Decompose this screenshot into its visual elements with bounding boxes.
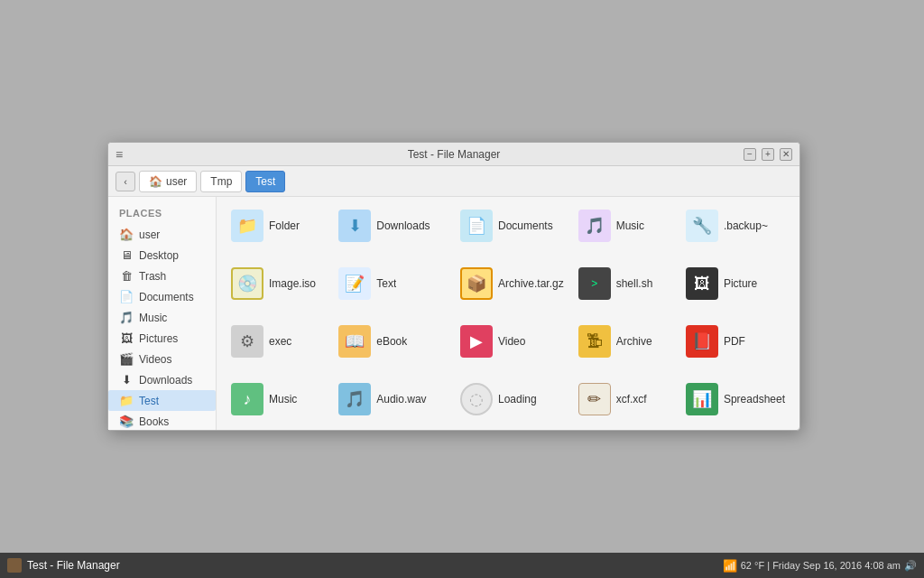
file-icon-picture: 🖼	[686, 267, 718, 300]
sidebar-icon-trash: 🗑	[119, 269, 134, 283]
sidebar-item-downloads[interactable]: ⬇Downloads	[108, 369, 216, 390]
sidebar-item-videos[interactable]: 🎬Videos	[108, 349, 216, 369]
file-icon-row-picture: 🖼 Picture	[686, 267, 785, 300]
file-icon-archive-tar: 📦	[460, 267, 493, 300]
file-label-video: Video	[498, 335, 525, 348]
sidebar-label-downloads: Downloads	[139, 374, 192, 387]
file-label-documents: Documents	[498, 219, 553, 232]
menu-icon[interactable]: ≡	[116, 147, 123, 162]
sidebar-label-books: Books	[139, 415, 169, 428]
breadcrumb-tmp[interactable]: Tmp	[200, 171, 242, 192]
file-item-xcf[interactable]: ✏ xcf.xcf	[573, 379, 677, 430]
file-item-picture[interactable]: 🖼 Picture	[680, 264, 790, 318]
file-icon-xcf: ✏	[578, 383, 611, 415]
sidebar-icon-downloads: ⬇	[119, 373, 134, 387]
file-item-downloads[interactable]: ⬇ Downloads	[333, 206, 451, 260]
breadcrumb-test-label: Test	[255, 175, 275, 188]
file-label-spreadsheet: Spreadsheet	[724, 393, 785, 406]
file-icon-row-music-folder: 🎵 Music	[578, 210, 671, 242]
sidebar-label-music: Music	[139, 312, 167, 324]
file-item-music-folder[interactable]: 🎵 Music	[573, 206, 677, 260]
file-icon-row-music-file: ♪ Music	[231, 383, 324, 415]
file-icon-row-exec: ⚙ exec	[231, 325, 324, 358]
file-icon-exec: ⚙	[231, 325, 263, 358]
file-icon-row-text: 📝 Text	[338, 267, 446, 300]
sidebar-label-user: user	[139, 228, 160, 241]
sidebar-label-videos: Videos	[139, 353, 171, 366]
file-icon-row-backup: 🔧 .backup~	[686, 210, 785, 242]
close-button[interactable]: ✕	[780, 148, 792, 161]
file-icon-row-archive: 🗜 Archive	[578, 325, 671, 358]
sidebar-item-books[interactable]: 📚Books	[108, 411, 216, 430]
sidebar-item-test[interactable]: 📁Test	[108, 390, 216, 411]
file-icon-backup: 🔧	[686, 210, 718, 242]
file-label-archive-tar: Archive.tar.gz	[498, 277, 564, 290]
file-item-shell[interactable]: > shell.sh	[573, 264, 677, 318]
titlebar-left: ≡	[116, 147, 123, 162]
file-icon-row-image-iso: 💿 Image.iso	[231, 267, 324, 300]
file-icon-loading: ◌	[460, 383, 493, 415]
taskbar-app-label[interactable]: Test - File Manager	[27, 559, 120, 572]
sidebar: PLACES 🏠user🖥Desktop🗑Trash📄Documents🎵Mus…	[108, 197, 217, 430]
file-icon-spreadsheet: 📊	[686, 383, 718, 415]
wifi-icon: 📶	[723, 559, 737, 573]
file-label-audio-wav: Audio.wav	[376, 393, 426, 406]
places-title: PLACES	[108, 204, 216, 224]
file-item-archive[interactable]: 🗜 Archive	[573, 322, 677, 376]
file-icon-folder: 📁	[231, 210, 263, 242]
back-button[interactable]: ‹	[116, 172, 135, 191]
window-title: Test - File Manager	[408, 148, 501, 161]
file-icon-row-audio-wav: 🎵 Audio.wav	[338, 383, 446, 415]
titlebar-controls: − + ✕	[744, 148, 792, 161]
file-icon-text: 📝	[338, 267, 371, 300]
sidebar-item-user[interactable]: 🏠user	[108, 224, 216, 245]
sidebar-icon-books: 📚	[119, 415, 134, 428]
file-label-loading: Loading	[498, 393, 537, 406]
file-item-loading[interactable]: ◌ Loading	[455, 379, 569, 430]
breadcrumb-tmp-label: Tmp	[210, 175, 232, 188]
breadcrumb-test[interactable]: Test	[245, 171, 285, 192]
file-item-music-file[interactable]: ♪ Music	[226, 379, 329, 430]
taskbar: Test - File Manager 📶 62 °F | Friday Sep…	[0, 553, 924, 578]
file-item-video[interactable]: ▶ Video	[455, 322, 569, 376]
sidebar-item-trash[interactable]: 🗑Trash	[108, 266, 216, 286]
file-item-spreadsheet[interactable]: 📊 Spreadsheet	[680, 379, 790, 430]
file-item-folder[interactable]: 📁 Folder	[226, 206, 329, 260]
file-label-pdf: PDF	[724, 335, 745, 348]
file-icon-row-ebook: 📖 eBook	[338, 325, 446, 358]
file-item-audio-wav[interactable]: 🎵 Audio.wav	[333, 379, 451, 430]
breadcrumb-user[interactable]: 🏠 user	[139, 171, 197, 192]
breadcrumb-user-label: user	[166, 175, 187, 188]
sidebar-item-documents[interactable]: 📄Documents	[108, 286, 216, 307]
file-item-image-iso[interactable]: 💿 Image.iso	[226, 264, 329, 318]
file-label-music-file: Music	[269, 393, 297, 406]
sidebar-item-pictures[interactable]: 🖼Pictures	[108, 328, 216, 349]
file-item-text[interactable]: 📝 Text	[333, 264, 451, 318]
file-icon-row-xcf: ✏ xcf.xcf	[578, 383, 671, 415]
file-icon-music-folder: 🎵	[578, 210, 611, 242]
file-item-backup[interactable]: 🔧 .backup~	[680, 206, 790, 260]
sidebar-item-music[interactable]: 🎵Music	[108, 307, 216, 328]
file-item-pdf[interactable]: 📕 PDF	[680, 322, 790, 376]
sidebar-icon-documents: 📄	[119, 290, 134, 303]
sidebar-item-desktop[interactable]: 🖥Desktop	[108, 245, 216, 266]
file-icon-pdf: 📕	[686, 325, 718, 358]
window-body: PLACES 🏠user🖥Desktop🗑Trash📄Documents🎵Mus…	[108, 197, 799, 430]
file-icon-archive: 🗜	[578, 325, 611, 358]
sidebar-icon-music: 🎵	[119, 311, 134, 324]
sidebar-icon-test: 📁	[119, 394, 134, 407]
maximize-button[interactable]: +	[762, 148, 774, 161]
file-label-backup: .backup~	[724, 219, 768, 232]
file-icon-row-video: ▶ Video	[460, 325, 564, 358]
minimize-button[interactable]: −	[744, 148, 756, 161]
sidebar-icon-videos: 🎬	[119, 352, 134, 366]
toolbar: ‹ 🏠 user Tmp Test	[108, 166, 799, 197]
volume-icon[interactable]: 🔊	[904, 560, 917, 572]
file-label-text: Text	[376, 277, 396, 290]
file-label-xcf: xcf.xcf	[616, 393, 647, 406]
file-label-image-iso: Image.iso	[269, 277, 316, 290]
file-item-ebook[interactable]: 📖 eBook	[333, 322, 451, 376]
file-item-exec[interactable]: ⚙ exec	[226, 322, 329, 376]
file-item-documents[interactable]: 📄 Documents	[455, 206, 569, 260]
file-item-archive-tar[interactable]: 📦 Archive.tar.gz	[455, 264, 569, 318]
